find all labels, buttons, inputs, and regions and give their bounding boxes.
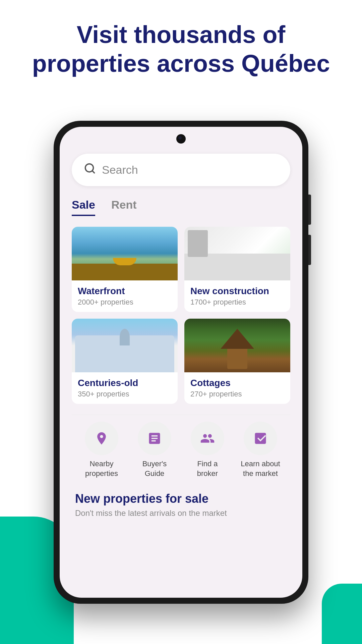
quick-action-buyers-guide[interactable]: Buyer's Guide	[134, 422, 175, 478]
property-image-waterfront	[72, 227, 178, 280]
screen-content: Search Sale Rent Waterfront 20	[60, 127, 302, 598]
property-name-waterfront: Waterfront	[78, 286, 172, 297]
find-broker-icon-wrap	[191, 422, 224, 455]
property-image-cottage	[184, 319, 290, 372]
search-placeholder: Search	[102, 163, 138, 176]
property-name-centuries: Centuries-old	[78, 378, 172, 388]
property-info-new-construction: New construction 1700+ properties	[184, 280, 290, 312]
market-label: Learn about the market	[240, 459, 281, 478]
property-info-centuries: Centuries-old 350+ properties	[72, 372, 178, 404]
find-broker-label: Find a broker	[187, 459, 228, 478]
market-icon-wrap	[244, 422, 277, 455]
phone-screen: Search Sale Rent Waterfront 20	[60, 127, 302, 598]
new-properties-section: New properties for sale Don't miss the l…	[72, 492, 290, 518]
nearby-icon-wrap	[85, 422, 118, 455]
property-info-waterfront: Waterfront 2000+ properties	[72, 280, 178, 312]
boat-decoration	[113, 258, 136, 265]
property-count-centuries: 350+ properties	[78, 390, 172, 398]
hero-section: Visit thousands of properties across Qué…	[0, 20, 362, 78]
property-count-cottages: 270+ properties	[190, 390, 284, 398]
tab-rent[interactable]: Rent	[111, 198, 137, 216]
quick-action-find-broker[interactable]: Find a broker	[187, 422, 228, 478]
buyers-guide-label: Buyer's Guide	[134, 459, 175, 478]
search-icon	[84, 162, 96, 177]
quick-actions-bar: Nearby properties Buyer's Guide	[72, 415, 290, 485]
property-info-cottages: Cottages 270+ properties	[184, 372, 290, 404]
camera-notch	[176, 134, 186, 144]
property-name-new-construction: New construction	[190, 286, 284, 297]
tab-sale[interactable]: Sale	[72, 198, 95, 216]
svg-line-1	[92, 171, 95, 173]
property-card-centuries[interactable]: Centuries-old 350+ properties	[72, 319, 178, 404]
property-count-new-construction: 1700+ properties	[190, 298, 284, 307]
property-card-cottages[interactable]: Cottages 270+ properties	[184, 319, 290, 404]
property-image-centuries	[72, 319, 178, 372]
property-grid: Waterfront 2000+ properties New construc…	[72, 227, 290, 404]
phone-outer-frame: Search Sale Rent Waterfront 20	[54, 121, 308, 604]
new-section-title: New properties for sale	[75, 492, 287, 506]
property-card-waterfront[interactable]: Waterfront 2000+ properties	[72, 227, 178, 312]
quick-action-market[interactable]: Learn about the market	[240, 422, 281, 478]
quick-action-nearby[interactable]: Nearby properties	[81, 422, 122, 478]
property-image-kitchen	[184, 227, 290, 280]
category-tabs: Sale Rent	[72, 198, 290, 216]
buyers-guide-icon-wrap	[138, 422, 171, 455]
property-name-cottages: Cottages	[190, 378, 284, 388]
search-bar[interactable]: Search	[72, 154, 290, 186]
new-section-subtitle: Don't miss the latest arrivals on the ma…	[75, 508, 287, 518]
property-card-new-construction[interactable]: New construction 1700+ properties	[184, 227, 290, 312]
phone-mockup: Search Sale Rent Waterfront 20	[54, 121, 308, 604]
teal-decoration-right	[322, 584, 362, 644]
nearby-label: Nearby properties	[81, 459, 122, 478]
hero-title: Visit thousands of properties across Qué…	[0, 20, 362, 78]
property-count-waterfront: 2000+ properties	[78, 298, 172, 307]
